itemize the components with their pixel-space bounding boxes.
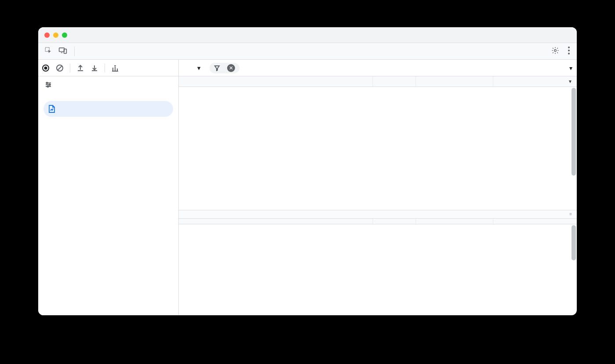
profiles-sidebar (38, 60, 179, 315)
filter-icon (214, 65, 220, 71)
file-icon (48, 105, 56, 113)
profiles-header[interactable] (38, 76, 178, 93)
download-icon[interactable] (90, 64, 98, 72)
settings-icon[interactable] (548, 47, 563, 56)
record-icon[interactable] (42, 64, 50, 72)
col-shallow[interactable] (416, 76, 493, 86)
perspective-select[interactable]: ▾ (183, 63, 203, 73)
scrollbar-thumb[interactable] (572, 88, 576, 176)
memory-toolbar (38, 60, 178, 76)
gc-icon[interactable] (111, 64, 119, 72)
svg-point-5 (568, 50, 570, 51)
minimize-window[interactable] (53, 32, 58, 38)
heap-snapshots-header (38, 93, 178, 100)
window-controls (44, 32, 67, 38)
main-pane: ▾ ✕ ▾ (179, 60, 577, 315)
clear-filter-icon[interactable]: ✕ (227, 64, 235, 72)
col-object[interactable] (179, 219, 373, 224)
col-retained[interactable]: ▼ (493, 76, 577, 86)
close-window[interactable] (44, 32, 50, 38)
retainers-grid (179, 219, 577, 315)
snapshot-toolbar: ▾ ✕ ▾ (179, 60, 577, 76)
svg-point-3 (554, 50, 557, 52)
more-icon[interactable] (564, 47, 573, 56)
svg-line-10 (58, 66, 62, 70)
svg-rect-1 (59, 48, 65, 51)
constructors-grid: ▼ (179, 76, 577, 210)
svg-point-12 (49, 84, 51, 86)
maximize-window[interactable] (62, 32, 67, 38)
device-toggle-icon[interactable] (58, 47, 67, 56)
col-constructor[interactable] (179, 76, 373, 86)
objects-select[interactable] (246, 67, 250, 69)
panel-tabs (38, 43, 577, 60)
col-retained[interactable] (493, 219, 577, 224)
inspect-icon[interactable] (44, 47, 52, 56)
titlebar (38, 27, 577, 43)
col-distance[interactable] (373, 219, 416, 224)
svg-point-13 (47, 86, 49, 87)
svg-point-6 (568, 53, 570, 54)
sliders-icon (44, 81, 52, 89)
upload-icon[interactable] (76, 64, 84, 72)
chevron-down-icon[interactable]: ▾ (569, 65, 572, 72)
svg-point-4 (568, 47, 570, 48)
col-shallow[interactable] (416, 219, 493, 224)
snapshot-item[interactable] (43, 101, 173, 117)
class-filter[interactable]: ✕ (210, 63, 239, 73)
svg-point-8 (44, 66, 47, 69)
chevron-down-icon: ▾ (197, 64, 201, 72)
clear-icon[interactable] (56, 64, 64, 72)
col-distance[interactable] (373, 76, 416, 86)
scrollbar-thumb[interactable] (572, 225, 576, 260)
drag-handle-icon[interactable]: ≡ (569, 213, 572, 216)
devtools-window: ▾ ✕ ▾ (38, 27, 577, 315)
retainers-section: ≡ (179, 210, 577, 219)
svg-point-11 (47, 83, 48, 84)
